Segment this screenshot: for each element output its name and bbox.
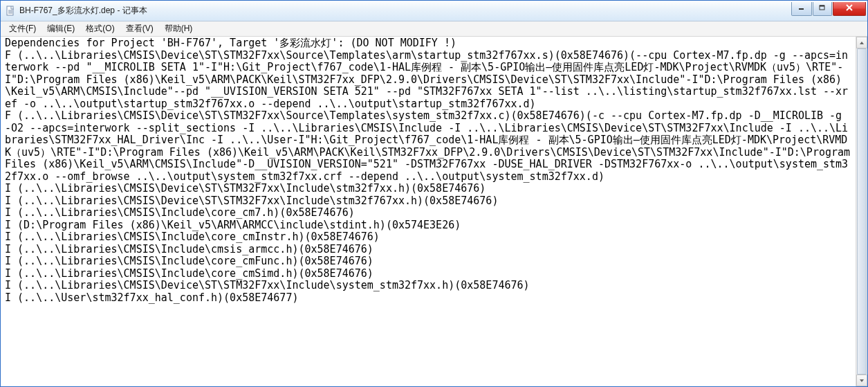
close-icon (845, 3, 853, 13)
menu-file[interactable]: 文件(F) (3, 21, 41, 36)
chevron-down-icon (859, 377, 865, 384)
document-icon (5, 6, 16, 17)
scrollbar-track[interactable] (856, 48, 867, 375)
menu-help-label: 帮助(H) (165, 24, 193, 33)
maximize-icon (819, 4, 826, 12)
scroll-down-button[interactable] (856, 375, 867, 386)
scroll-up-button[interactable] (856, 37, 867, 48)
menu-edit-label: 编辑(E) (47, 24, 75, 33)
minimize-icon (798, 4, 805, 12)
menu-file-label: 文件(F) (9, 24, 36, 33)
window-buttons (791, 2, 866, 16)
close-button[interactable] (833, 2, 866, 16)
menu-format-label: 格式(O) (86, 24, 114, 33)
minimize-button[interactable] (791, 2, 812, 16)
scrollbar-thumb[interactable] (857, 48, 867, 375)
chevron-up-icon (859, 39, 865, 46)
menu-view[interactable]: 查看(V) (120, 21, 159, 36)
window-titlebar: BH-F767_多彩流水灯.dep - 记事本 (1, 1, 867, 21)
window-title: BH-F767_多彩流水灯.dep - 记事本 (19, 5, 147, 17)
menu-view-label: 查看(V) (126, 24, 154, 33)
menu-format[interactable]: 格式(O) (80, 21, 120, 36)
svg-marker-10 (860, 379, 864, 382)
menu-edit[interactable]: 编辑(E) (41, 21, 80, 36)
svg-marker-9 (860, 42, 864, 44)
text-content[interactable]: Dependencies for Project 'BH-F767', Targ… (1, 37, 856, 386)
maximize-button[interactable] (813, 2, 832, 16)
editor-area: Dependencies for Project 'BH-F767', Targ… (1, 37, 867, 386)
vertical-scrollbar[interactable] (856, 37, 867, 386)
menu-bar: 文件(F) 编辑(E) 格式(O) 查看(V) 帮助(H) (1, 21, 867, 37)
menu-help[interactable]: 帮助(H) (159, 21, 198, 36)
